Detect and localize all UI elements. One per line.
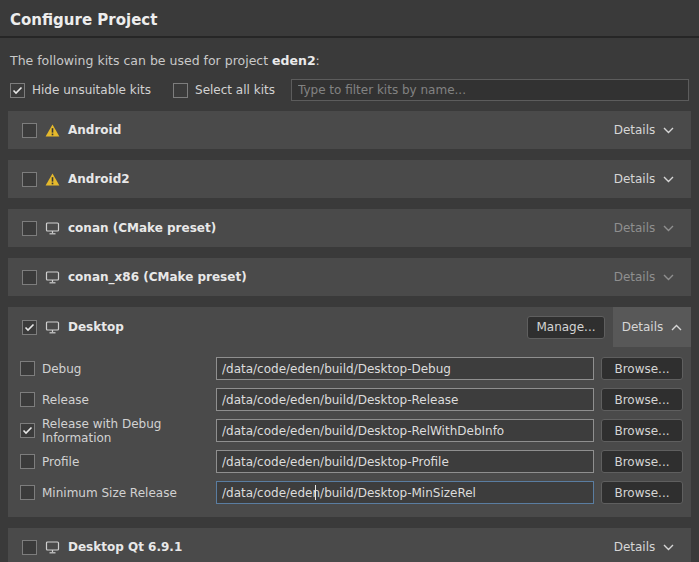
build-dir-input-focused[interactable] xyxy=(216,481,594,504)
kit-row-desktop-qt: Desktop Qt 6.9.1 Details xyxy=(8,528,691,562)
config-label: Minimum Size Release xyxy=(42,486,216,500)
kit-header: Android2 Details xyxy=(8,160,691,198)
browse-button[interactable]: Browse... xyxy=(601,388,683,411)
build-dir-input[interactable] xyxy=(216,419,594,442)
kit-checkbox[interactable] xyxy=(22,320,37,335)
details-button[interactable]: Details xyxy=(605,209,683,247)
browse-button[interactable]: Browse... xyxy=(601,450,683,473)
kit-checkbox[interactable] xyxy=(22,221,37,236)
config-checkbox[interactable] xyxy=(20,392,35,407)
kit-name: Android xyxy=(68,123,121,137)
kit-header: conan_x86 (CMake preset) Details xyxy=(8,258,691,296)
kit-header: Android Details xyxy=(8,111,691,149)
browse-button[interactable]: Browse... xyxy=(601,419,683,442)
manage-button[interactable]: Manage... xyxy=(527,316,605,339)
select-all-kits-label: Select all kits xyxy=(195,83,275,97)
kit-name: conan (CMake preset) xyxy=(68,221,216,235)
select-all-kits-checkbox[interactable]: Select all kits xyxy=(173,83,275,98)
kit-header: Desktop Qt 6.9.1 Details xyxy=(8,528,691,562)
hide-unsuitable-kits-label: Hide unsuitable kits xyxy=(32,83,151,97)
kits-subtitle: The following kits can be used for proje… xyxy=(10,53,689,68)
details-label: Details xyxy=(614,123,656,137)
page-title: Configure Project xyxy=(0,0,699,36)
build-dir-input[interactable] xyxy=(216,357,594,380)
warning-icon xyxy=(45,124,60,137)
desktop-icon xyxy=(45,271,60,284)
kit-name: Desktop Qt 6.9.1 xyxy=(68,540,182,554)
build-config-list: Debug Browse... Release Browse... Releas… xyxy=(8,347,691,517)
config-checkbox[interactable] xyxy=(20,454,35,469)
kit-filter-input[interactable] xyxy=(291,79,689,101)
details-button[interactable]: Details xyxy=(605,258,683,296)
details-button[interactable]: Details xyxy=(613,307,691,347)
config-row-minsizerel: Minimum Size Release Browse... xyxy=(20,481,683,504)
browse-button[interactable]: Browse... xyxy=(601,481,683,504)
desktop-icon xyxy=(45,321,60,334)
filter-row: Hide unsuitable kits Select all kits xyxy=(10,78,689,102)
config-row-debug: Debug Browse... xyxy=(20,357,683,380)
kit-row-android: Android Details xyxy=(8,111,691,149)
build-dir-input[interactable] xyxy=(216,388,594,411)
config-row-release: Release Browse... xyxy=(20,388,683,411)
config-checkbox[interactable] xyxy=(20,361,35,376)
kit-name: Desktop xyxy=(68,320,124,334)
details-label: Details xyxy=(614,540,656,554)
details-label: Details xyxy=(622,320,664,334)
desktop-icon xyxy=(45,222,60,235)
desktop-icon xyxy=(45,541,60,554)
kit-header: Desktop Manage... Details xyxy=(8,307,691,347)
chevron-up-icon xyxy=(671,324,682,331)
checkbox-unchecked[interactable] xyxy=(173,83,188,98)
config-checkbox[interactable] xyxy=(20,485,35,500)
chevron-down-icon xyxy=(663,225,674,232)
kit-list: Android Details Android2 Details conan (… xyxy=(8,111,691,562)
kit-checkbox[interactable] xyxy=(22,123,37,138)
kit-row-conan-x86: conan_x86 (CMake preset) Details xyxy=(8,258,691,296)
title-separator xyxy=(0,36,699,38)
chevron-down-icon xyxy=(663,176,674,183)
config-label: Debug xyxy=(42,362,216,376)
kit-row-android2: Android2 Details xyxy=(8,160,691,198)
kit-name: conan_x86 (CMake preset) xyxy=(68,270,247,284)
details-button[interactable]: Details xyxy=(605,111,683,149)
config-checkbox[interactable] xyxy=(20,423,35,438)
config-label: Release xyxy=(42,393,216,407)
build-dir-input[interactable] xyxy=(216,450,594,473)
kit-header: conan (CMake preset) Details xyxy=(8,209,691,247)
config-label: Profile xyxy=(42,455,216,469)
text-caret xyxy=(315,485,316,500)
chevron-down-icon xyxy=(663,274,674,281)
browse-button[interactable]: Browse... xyxy=(601,357,683,380)
project-name: eden2 xyxy=(272,53,316,68)
chevron-down-icon xyxy=(663,127,674,134)
config-label: Release with Debug Information xyxy=(42,417,216,445)
details-label: Details xyxy=(614,172,656,186)
checkbox-checked[interactable] xyxy=(10,83,25,98)
warning-icon xyxy=(45,173,60,186)
kit-checkbox[interactable] xyxy=(22,172,37,187)
details-button[interactable]: Details xyxy=(605,160,683,198)
subtitle-suffix: : xyxy=(316,53,320,68)
config-row-relwithdebinfo: Release with Debug Information Browse... xyxy=(20,419,683,442)
kit-checkbox[interactable] xyxy=(22,540,37,555)
details-label: Details xyxy=(614,221,656,235)
chevron-down-icon xyxy=(663,544,674,551)
details-label: Details xyxy=(614,270,656,284)
kit-name: Android2 xyxy=(68,172,130,186)
config-row-profile: Profile Browse... xyxy=(20,450,683,473)
kit-row-desktop: Desktop Manage... Details Debug Browse..… xyxy=(8,307,691,517)
kit-row-conan: conan (CMake preset) Details xyxy=(8,209,691,247)
details-button[interactable]: Details xyxy=(605,528,683,562)
kit-checkbox[interactable] xyxy=(22,270,37,285)
subtitle-prefix: The following kits can be used for proje… xyxy=(10,53,272,68)
hide-unsuitable-kits-checkbox[interactable]: Hide unsuitable kits xyxy=(10,83,151,98)
